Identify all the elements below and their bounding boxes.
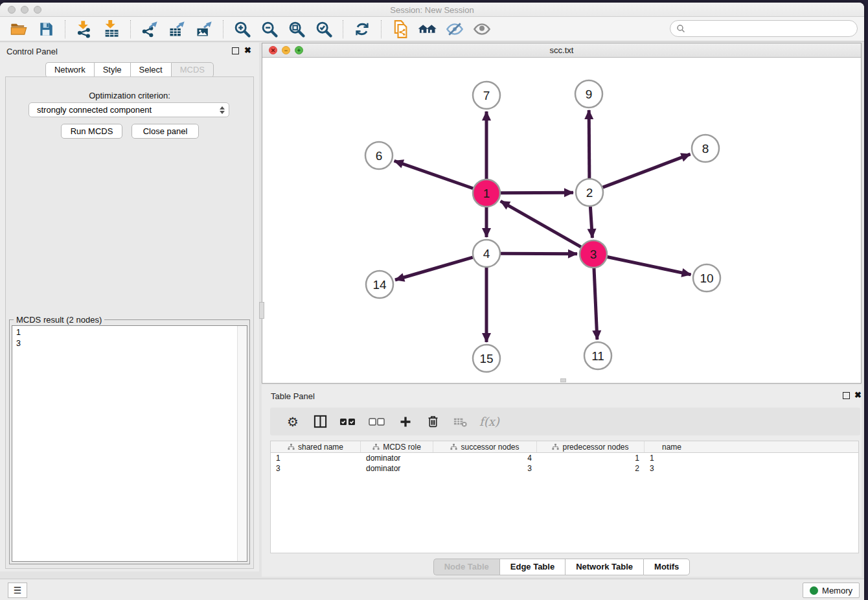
result-line: 3: [16, 338, 247, 349]
control-panel-title: Control Panel: [6, 47, 58, 56]
column-header-successor-nodes[interactable]: successor nodes: [433, 441, 537, 452]
tab-style[interactable]: Style: [94, 62, 130, 78]
edge-3-11[interactable]: [594, 268, 597, 340]
table-header-row: shared name MCDS role successor nodes pr…: [271, 441, 858, 453]
edge-1-2[interactable]: [501, 192, 573, 193]
run-mcds-button[interactable]: Run MCDS: [61, 124, 122, 139]
delete-table-icon: [452, 413, 468, 430]
close-panel-button[interactable]: Close panel: [131, 124, 199, 139]
column-header-mcds-role[interactable]: MCDS role: [361, 441, 433, 452]
refresh-icon[interactable]: [352, 19, 372, 39]
table-panel-title: Table Panel: [271, 391, 315, 401]
search-input[interactable]: [685, 24, 857, 34]
network-canvas[interactable]: 7968124314101511: [262, 58, 861, 383]
task-history-icon[interactable]: ☰: [8, 583, 27, 598]
tab-mcds[interactable]: MCDS: [171, 62, 214, 78]
save-session-icon[interactable]: [36, 19, 56, 39]
criterion-select[interactable]: strongly connected component: [29, 102, 229, 117]
table-float-icon[interactable]: [843, 392, 850, 399]
graph-node-label-8: 8: [702, 142, 709, 156]
status-bar: ☰ Memory: [0, 579, 864, 600]
horizontal-scrollbar-thumb[interactable]: [560, 378, 566, 382]
optimization-criterion-label: Optimization criterion:: [0, 91, 259, 100]
edge-1-6[interactable]: [394, 161, 474, 188]
graph-node-label-14: 14: [372, 278, 387, 292]
edge-2-8[interactable]: [603, 154, 691, 187]
result-scrollbar[interactable]: [237, 326, 247, 561]
table-settings-gear-icon[interactable]: ⚙: [285, 413, 301, 430]
table-row[interactable]: 1 dominator 4 1 1: [271, 453, 858, 463]
export-image-icon[interactable]: [194, 19, 214, 39]
zoom-in-icon[interactable]: [233, 19, 252, 39]
import-table-icon[interactable]: [102, 19, 121, 39]
edge-2-3[interactable]: [590, 207, 592, 238]
select-all-columns-icon[interactable]: [339, 413, 357, 430]
control-panel-tabs: Network Style Select MCDS: [0, 62, 259, 78]
float-panel-icon[interactable]: [232, 47, 239, 54]
control-panel: Control Panel ✖ Network Style Select MCD…: [0, 43, 259, 571]
home-view-icon[interactable]: [418, 19, 437, 39]
edge-4-3[interactable]: [501, 253, 577, 254]
toolbar-separator: [381, 20, 382, 38]
add-column-icon[interactable]: [398, 413, 413, 430]
hide-annotations-icon[interactable]: [445, 19, 464, 39]
column-type-icon: [552, 443, 559, 450]
search-field[interactable]: [670, 20, 858, 37]
show-annotations-icon[interactable]: [472, 19, 492, 39]
tab-network[interactable]: Network: [45, 62, 94, 78]
column-header-name[interactable]: name: [645, 441, 699, 452]
edge-4-14[interactable]: [395, 257, 473, 280]
edge-3-1[interactable]: [501, 201, 581, 247]
column-type-icon: [450, 443, 457, 450]
select-stepper-icon: [220, 106, 225, 114]
unselect-all-columns-icon[interactable]: [369, 413, 386, 430]
zoom-out-icon[interactable]: [260, 19, 279, 39]
table-panel-header: Table Panel ✖: [262, 385, 862, 402]
tab-edge-table[interactable]: Edge Table: [499, 559, 565, 575]
toolbar-separator: [130, 20, 131, 38]
column-type-icon: [288, 443, 295, 450]
result-line: 1: [16, 327, 247, 338]
network-view-window: ✕ − + scc.txt 7968124314101511: [262, 43, 862, 384]
tab-select[interactable]: Select: [130, 62, 171, 78]
export-network-icon[interactable]: [140, 19, 159, 39]
network-window-title: scc.txt: [262, 45, 861, 55]
mcds-result-title: MCDS result (2 nodes): [14, 315, 104, 325]
graph-node-label-7: 7: [483, 89, 490, 102]
zoom-selected-icon[interactable]: [314, 19, 334, 39]
table-toolbar: ⚙ f(x): [270, 408, 860, 435]
tab-network-table[interactable]: Network Table: [565, 559, 643, 575]
open-session-icon[interactable]: [9, 19, 29, 39]
table-close-icon[interactable]: ✖: [854, 390, 862, 400]
graph-node-label-1: 1: [483, 187, 490, 200]
memory-label: Memory: [822, 586, 852, 595]
tab-node-table[interactable]: Node Table: [433, 559, 499, 575]
close-panel-icon[interactable]: ✖: [244, 45, 251, 55]
network-window-titlebar[interactable]: ✕ − + scc.txt: [262, 43, 861, 58]
column-type-icon: [372, 443, 380, 450]
memory-button[interactable]: Memory: [803, 583, 860, 598]
import-network-icon[interactable]: [74, 19, 94, 39]
search-icon: [676, 24, 685, 33]
show-column-panel-icon[interactable]: [312, 413, 328, 430]
export-table-icon[interactable]: [167, 19, 187, 39]
graph-node-label-6: 6: [376, 149, 383, 163]
delete-column-icon[interactable]: [425, 413, 440, 430]
panel-splitter-handle[interactable]: [259, 302, 264, 319]
window-title: Session: New Session: [0, 5, 864, 15]
zoom-fit-icon[interactable]: [287, 19, 306, 39]
graph-node-label-11: 11: [591, 349, 604, 363]
edge-3-10[interactable]: [608, 257, 691, 275]
table-row[interactable]: 3 dominator 3 2 3: [271, 463, 858, 474]
mcds-result-list[interactable]: 1 3: [12, 325, 247, 562]
edge-2-9[interactable]: [589, 110, 589, 178]
clone-network-icon[interactable]: [391, 19, 410, 39]
table-tabs: Node Table Edge Table Network Table Moti…: [262, 559, 862, 575]
graph-node-label-2: 2: [586, 186, 593, 200]
column-header-predecessor-nodes[interactable]: predecessor nodes: [537, 441, 645, 452]
window-titlebar: Session: New Session: [0, 3, 864, 17]
toolbar-separator: [343, 20, 343, 38]
column-header-shared-name[interactable]: shared name: [271, 441, 361, 452]
tab-motifs[interactable]: Motifs: [643, 559, 690, 575]
graph-node-label-3: 3: [590, 248, 597, 261]
